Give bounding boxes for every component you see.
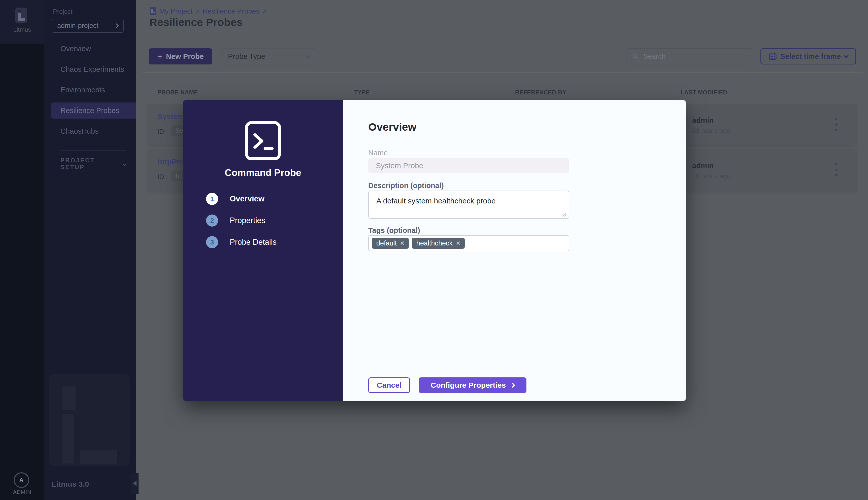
- probe-type-select[interactable]: Probe Type: [221, 48, 316, 65]
- step-number: 1: [206, 193, 218, 205]
- breadcrumb: My Project > Resilience Probes >: [159, 7, 267, 15]
- breadcrumb-separator: >: [195, 7, 200, 15]
- step-overview[interactable]: 1 Overview: [206, 193, 332, 205]
- name-label: Name: [368, 149, 388, 157]
- project-selector[interactable]: admin-project: [52, 19, 124, 33]
- row-menu-button[interactable]: [834, 163, 839, 176]
- search-input[interactable]: [643, 52, 746, 61]
- logo-bar: [18, 13, 21, 21]
- breadcrumb-separator: >: [262, 7, 267, 15]
- sidebar-item-resilience-probes[interactable]: Resilience Probes: [51, 102, 136, 118]
- calendar-icon: [769, 52, 777, 60]
- column-header-probe-name: PROBE NAME: [157, 89, 198, 96]
- tag-chip: default ×: [372, 238, 409, 249]
- column-header-last-modified: LAST MODIFIED: [680, 89, 727, 96]
- project-sidebar: Project admin-project Overview Chaos Exp…: [44, 0, 136, 500]
- configure-properties-button[interactable]: Configure Properties: [419, 377, 527, 393]
- description-textarea[interactable]: A default system healthcheck probe: [368, 191, 569, 219]
- logo-label: Litmus: [0, 26, 44, 33]
- search-icon: [632, 53, 639, 60]
- name-field: System Probe: [368, 158, 569, 173]
- sidebar-item-chaos-experiments[interactable]: Chaos Experiments: [44, 61, 136, 77]
- user-avatar[interactable]: A: [14, 472, 29, 488]
- chevron-down-icon: [123, 162, 127, 166]
- tags-input[interactable]: default × healthcheck ×: [368, 235, 569, 251]
- breadcrumb-link-resilience-probes[interactable]: Resilience Probes: [203, 7, 260, 15]
- probe-type-title: Command Probe: [183, 168, 343, 178]
- create-probe-modal: Command Probe 1 Overview 2 Properties 3 …: [183, 100, 686, 401]
- probe-name-link[interactable]: System: [157, 112, 184, 121]
- sidebar-placeholder-card: [49, 374, 130, 466]
- sidebar-divider: [60, 150, 126, 150]
- time-frame-button[interactable]: Select time frame: [760, 48, 856, 65]
- modal-form-panel: Overview Name System Probe Description (…: [343, 100, 686, 401]
- resize-handle-icon[interactable]: [562, 211, 567, 217]
- chevron-right-icon: [510, 383, 515, 388]
- page-title: Resilience Probes: [149, 16, 243, 29]
- project-setup-toggle[interactable]: PROJECT SETUP: [60, 157, 126, 171]
- modified-time: 23 hours ago: [692, 127, 731, 135]
- icon-rail: Litmus A ADMIN: [0, 0, 44, 500]
- sidebar-item-chaoshubs[interactable]: ChaosHubs: [44, 123, 136, 139]
- row-menu-button[interactable]: [834, 118, 839, 131]
- remove-tag-icon[interactable]: ×: [456, 239, 460, 247]
- cancel-button[interactable]: Cancel: [368, 377, 410, 393]
- plus-icon: +: [157, 52, 162, 61]
- step-number: 2: [206, 215, 218, 227]
- terminal-icon: [244, 121, 282, 161]
- sidebar-item-overview[interactable]: Overview: [44, 41, 136, 57]
- project-selector-value: admin-project: [57, 22, 99, 30]
- probe-id-label: ID:: [157, 128, 166, 135]
- column-header-type: TYPE: [354, 89, 370, 96]
- modified-by: admin: [692, 162, 713, 170]
- step-number: 3: [206, 236, 218, 248]
- tags-label: Tags (optional): [368, 226, 420, 235]
- logo-notch: [18, 10, 21, 12]
- project-label: Project: [53, 8, 72, 15]
- logo-bar: [21, 18, 25, 21]
- modal-heading: Overview: [368, 121, 416, 133]
- modal-step-panel: Command Probe 1 Overview 2 Properties 3 …: [183, 100, 343, 401]
- litmus-app: Litmus A ADMIN Project admin-project Ove…: [0, 0, 868, 500]
- breadcrumb-link-my-project[interactable]: My Project: [159, 7, 192, 15]
- step-probe-details[interactable]: 3 Probe Details: [206, 236, 332, 248]
- user-role-label: ADMIN: [0, 489, 44, 495]
- breadcrumb-project-icon: [150, 7, 156, 15]
- step-properties[interactable]: 2 Properties: [206, 215, 332, 227]
- chevron-down-icon: [844, 53, 849, 58]
- toolbar-divider: [142, 72, 863, 73]
- modified-time: 10 hours ago: [692, 172, 731, 180]
- description-label: Description (optional): [368, 182, 444, 190]
- chevron-down-icon: [306, 54, 310, 58]
- column-header-referenced-by: REFERENCED BY: [515, 89, 566, 96]
- new-probe-button[interactable]: + New Probe: [149, 48, 212, 65]
- avatar-initial: A: [19, 477, 23, 484]
- collapse-arrow-icon: [133, 481, 136, 486]
- sidebar-item-environments[interactable]: Environments: [44, 82, 136, 98]
- tag-chip: healthcheck ×: [412, 238, 465, 249]
- search-box: [626, 48, 752, 65]
- probe-name-link[interactable]: httpPro: [157, 158, 184, 166]
- probe-id-label: ID:: [157, 173, 166, 181]
- chevron-right-icon: [114, 23, 119, 28]
- version-label: Litmus 3.0: [52, 480, 89, 488]
- sidebar-collapse-button[interactable]: [131, 473, 138, 494]
- modified-by: admin: [692, 116, 713, 125]
- remove-tag-icon[interactable]: ×: [400, 239, 404, 247]
- litmus-logo-icon[interactable]: [15, 8, 27, 23]
